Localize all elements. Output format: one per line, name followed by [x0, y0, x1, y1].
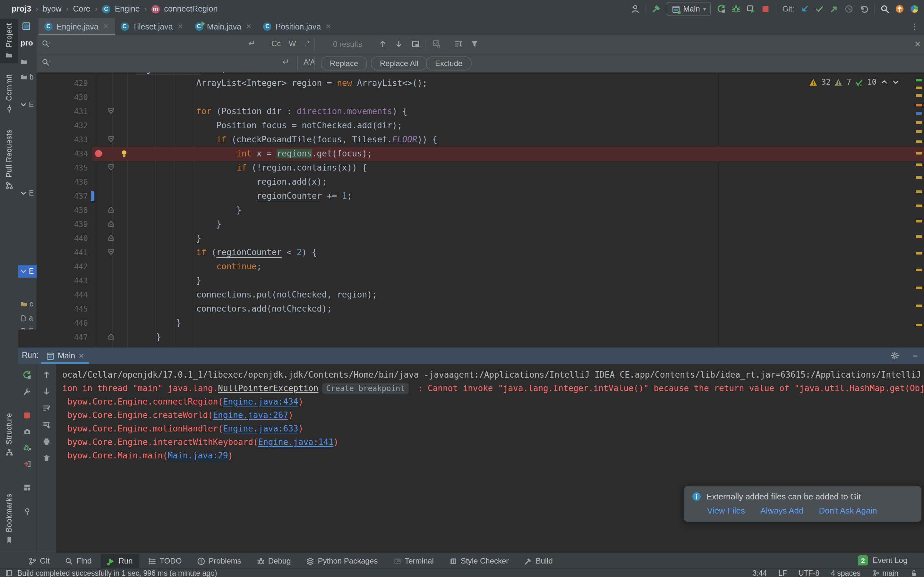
- line-number[interactable]: 447: [37, 330, 88, 344]
- lock-open-icon[interactable]: [910, 569, 918, 577]
- close-tab-icon[interactable]: ✕: [325, 23, 331, 31]
- breadcrumb-item[interactable]: byow: [43, 5, 61, 13]
- error-stripe-mark[interactable]: [916, 176, 922, 179]
- next-problem-icon[interactable]: [892, 78, 900, 86]
- error-stripe-mark[interactable]: [916, 269, 922, 271]
- match-case-toggle[interactable]: Cc: [271, 39, 281, 48]
- editor-tab-position-java[interactable]: CPosition.java✕: [258, 18, 337, 35]
- error-stripe-mark[interactable]: [916, 252, 922, 255]
- error-stripe-mark[interactable]: [916, 205, 922, 207]
- run-config-selector[interactable]: Main ▾: [667, 2, 711, 16]
- line-number[interactable]: 432: [37, 119, 88, 133]
- replace-input[interactable]: [56, 56, 244, 70]
- project-tree-item[interactable]: E: [18, 265, 37, 277]
- error-stripe-mark[interactable]: [916, 140, 922, 143]
- file-encoding[interactable]: UTF-8: [798, 569, 819, 577]
- breadcrumb-item[interactable]: proj3: [11, 5, 31, 13]
- toolwindow-button-problems[interactable]: Problems: [191, 554, 247, 568]
- print-icon[interactable]: [42, 437, 50, 446]
- line-number[interactable]: 430: [37, 90, 88, 105]
- fold-marker-down[interactable]: [107, 248, 116, 257]
- activity-bar-commit[interactable]: Commit: [0, 71, 18, 117]
- run-coverage-icon[interactable]: [746, 5, 756, 13]
- console-output[interactable]: ocal/Cellar/openjdk/17.0.1_1/libexec/ope…: [57, 364, 924, 553]
- run-tab-main[interactable]: Main ✕: [41, 348, 89, 364]
- line-number[interactable]: 442: [37, 259, 88, 274]
- close-tab-icon[interactable]: ✕: [246, 23, 252, 31]
- inspections-widget[interactable]: 32 7 10: [809, 77, 900, 87]
- line-number[interactable]: 438: [37, 203, 88, 218]
- breadcrumb[interactable]: proj3›byow›Core›CEngine›mconnectRegion: [0, 5, 218, 13]
- console-link[interactable]: NullPointerException: [218, 384, 318, 393]
- code-line-441[interactable]: 441 if (regionCounter < 2) {: [37, 245, 924, 259]
- error-stripe-mark[interactable]: [916, 130, 922, 133]
- next-occurrence-icon[interactable]: [395, 40, 403, 48]
- git-commit-check-icon[interactable]: [815, 5, 824, 13]
- create-breakpoint-chip[interactable]: Create breakpoint: [322, 384, 409, 394]
- fold-marker-up[interactable]: [107, 206, 116, 215]
- code-line-433[interactable]: 433 if (checkPosandTile(focus, Tileset.F…: [37, 133, 924, 147]
- breadcrumb-item[interactable]: Core: [73, 5, 90, 13]
- line-number[interactable]: 435: [37, 161, 88, 175]
- error-stripe-mark[interactable]: [916, 305, 922, 307]
- lightbulb-icon[interactable]: [120, 149, 129, 158]
- tab-options-icon[interactable]: ⋮: [911, 22, 919, 31]
- error-stripe-mark[interactable]: [916, 121, 922, 124]
- project-tree-item[interactable]: E: [20, 187, 34, 199]
- fold-marker-down[interactable]: [107, 163, 116, 172]
- rerun-icon[interactable]: [23, 371, 31, 380]
- project-tree-item[interactable]: [20, 55, 27, 68]
- clear-all-icon[interactable]: [42, 454, 50, 462]
- code-line-431[interactable]: 431 for (Position dir : direction.moveme…: [37, 105, 924, 119]
- preserve-case-toggle[interactable]: A'A: [304, 58, 315, 67]
- filter-icon[interactable]: [470, 40, 479, 48]
- activity-bar-project[interactable]: Project: [0, 19, 18, 63]
- error-stripe-mark[interactable]: [916, 163, 922, 166]
- exit-icon[interactable]: [23, 460, 31, 468]
- notification-action-view-files[interactable]: View Files: [707, 506, 745, 516]
- pin-icon[interactable]: [23, 507, 31, 516]
- error-stripe-mark[interactable]: [916, 220, 922, 222]
- git-branch-widget[interactable]: main: [872, 569, 898, 577]
- line-number[interactable]: 434: [37, 147, 88, 161]
- code-line-444[interactable]: 444 connections.put(notChecked, region);: [37, 288, 924, 302]
- line-number[interactable]: 436: [37, 175, 88, 189]
- event-log-button[interactable]: 2 Event Log: [858, 553, 907, 568]
- search-everywhere-icon[interactable]: [880, 5, 889, 13]
- code-editor[interactable]: regionCounter = 0; 429 ArrayList<Integer…: [37, 73, 924, 348]
- error-stripe-mark[interactable]: [916, 112, 922, 115]
- toolwindow-button-terminal[interactable]: Terminal: [387, 554, 440, 568]
- notification-action-always-add[interactable]: Always Add: [760, 506, 803, 516]
- find-in-selection-icon[interactable]: [411, 40, 420, 48]
- close-tab-icon[interactable]: ✕: [178, 23, 183, 31]
- toolwindow-button-build[interactable]: Build: [517, 554, 559, 568]
- code-line-430[interactable]: 430: [37, 90, 924, 105]
- line-separator[interactable]: LF: [779, 569, 787, 577]
- console-link[interactable]: Engine.java:434: [223, 397, 298, 406]
- line-number[interactable]: 446: [37, 316, 88, 330]
- git-push-icon[interactable]: [830, 5, 838, 13]
- code-line-443[interactable]: 443 }: [37, 274, 924, 288]
- code-line-435[interactable]: 435 if (!region.contains(x)) {: [37, 161, 924, 175]
- line-number[interactable]: 437: [37, 189, 88, 203]
- code-line-429[interactable]: 429 ArrayList<Integer> region = new Arra…: [37, 76, 924, 90]
- code-line-440[interactable]: 440 }: [37, 231, 924, 245]
- close-search-icon[interactable]: ✕: [914, 40, 921, 49]
- console-link[interactable]: Engine.java:633: [223, 424, 298, 434]
- code-line-439[interactable]: 439 }: [37, 218, 924, 231]
- notification-action-don-t-ask-again[interactable]: Don't Ask Again: [819, 506, 877, 516]
- code-line-438[interactable]: 438 }: [37, 203, 924, 218]
- hide-panel-icon[interactable]: –: [913, 351, 918, 360]
- activity-bar-structure[interactable]: Structure: [0, 409, 18, 461]
- replace-all-button[interactable]: Replace All: [371, 56, 427, 71]
- console-link[interactable]: Main.java:29: [168, 451, 228, 460]
- close-tab-icon[interactable]: ✕: [103, 23, 109, 31]
- line-number[interactable]: 439: [37, 218, 88, 231]
- build-hammer-icon[interactable]: [652, 5, 661, 13]
- toolwindow-button-find[interactable]: Find: [59, 554, 98, 568]
- thread-dump-camera-icon[interactable]: [23, 428, 31, 436]
- user-icon[interactable]: [631, 5, 640, 13]
- toolwindow-button-python-packages[interactable]: Python Packages: [300, 554, 384, 568]
- line-number[interactable]: 431: [37, 105, 88, 119]
- error-stripe-mark[interactable]: [916, 190, 922, 193]
